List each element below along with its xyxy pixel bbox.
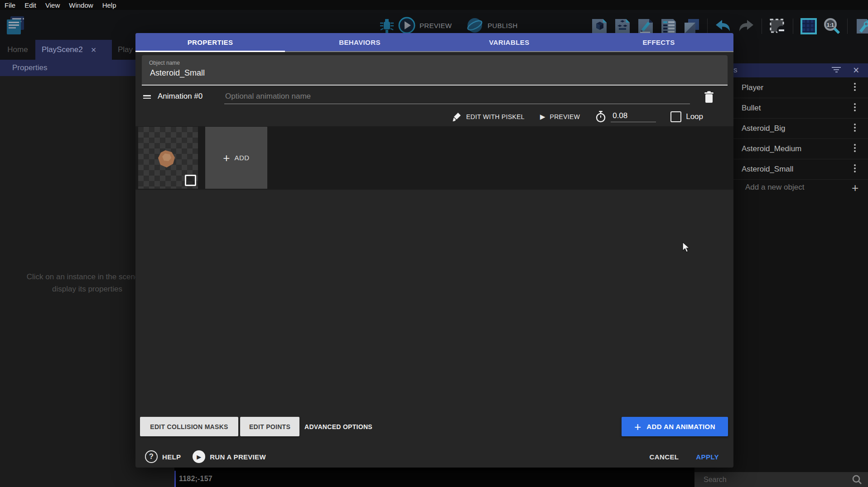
close-panel-icon[interactable]: ×	[853, 64, 859, 76]
trash-icon	[704, 91, 714, 104]
drag-handle-icon[interactable]	[143, 95, 151, 99]
toolbar-right: 1:1	[590, 17, 868, 35]
deselect-instances-icon[interactable]	[768, 17, 786, 35]
animation-controls-row: EDIT WITH PISKEL ▶ PREVIEW Loop	[135, 109, 703, 124]
project-manager-icon[interactable]	[5, 15, 26, 36]
search-icon	[852, 474, 863, 485]
menu-file[interactable]: File	[5, 1, 15, 9]
kebab-menu-icon[interactable]	[854, 124, 857, 134]
animation-frames-strip: + ADD	[135, 126, 733, 190]
timer-icon	[595, 111, 606, 123]
scene-status-bar: 1182;-157	[174, 471, 694, 487]
close-tab-icon[interactable]: ×	[91, 45, 96, 54]
tab-behaviors[interactable]: BEHAVIORS	[285, 33, 434, 51]
toolbar-divider	[847, 19, 848, 34]
dialog-action-bar: ? HELP ▶ RUN A PREVIEW CANCEL APPLY	[135, 446, 733, 468]
toggle-grid-icon[interactable]	[800, 17, 818, 35]
help-icon: ?	[145, 450, 158, 463]
debugger-icon[interactable]	[380, 17, 394, 33]
open-instances-list-icon[interactable]	[660, 17, 678, 35]
toolbar-divider	[793, 19, 793, 34]
menu-bar: File Edit View Window Help	[0, 0, 868, 10]
run-preview-button[interactable]: RUN A PREVIEW	[210, 453, 266, 461]
kebab-menu-icon[interactable]	[854, 83, 857, 93]
preview-button-label[interactable]: PREVIEW	[420, 22, 452, 29]
kebab-menu-icon[interactable]	[854, 103, 857, 113]
animation-name-input[interactable]	[224, 89, 690, 104]
tab-play-partial[interactable]: Play	[113, 40, 133, 60]
open-objects-editor-icon[interactable]	[590, 17, 608, 35]
toolbar-divider	[707, 19, 708, 34]
publish-button-label[interactable]: PUBLISH	[487, 22, 517, 29]
menu-view[interactable]: View	[45, 1, 60, 9]
help-button[interactable]: ? HELP	[145, 450, 181, 463]
advanced-options-button[interactable]: ADVANCED OPTIONS	[304, 417, 372, 436]
objects-search-bar	[694, 472, 868, 487]
plus-icon: +	[634, 422, 641, 431]
svg-text:1:1: 1:1	[827, 22, 834, 28]
kebab-menu-icon[interactable]	[854, 144, 857, 154]
undo-icon[interactable]	[714, 17, 732, 35]
kebab-menu-icon[interactable]	[854, 164, 857, 174]
object-name-field[interactable]: Object name	[142, 55, 728, 86]
brush-icon	[453, 112, 462, 122]
gdevelop-window: File Edit View Window Help	[0, 0, 868, 487]
open-layers-icon[interactable]	[683, 17, 701, 35]
animation-header-row: Animation #0	[135, 88, 733, 108]
cursor-coordinates: 1182;-157	[176, 475, 212, 483]
add-animation-button[interactable]: + ADD AN ANIMATION	[622, 417, 728, 436]
apply-button[interactable]: APPLY	[696, 453, 719, 461]
cancel-button[interactable]: CANCEL	[649, 453, 679, 461]
preview-animation-button[interactable]: PREVIEW	[550, 113, 580, 120]
objects-panel-title-partial: s	[733, 66, 738, 75]
tab-playscene2[interactable]: PlayScene2 ×	[35, 40, 112, 60]
add-frame-button[interactable]: + ADD	[205, 127, 267, 189]
edit-with-piskel-button[interactable]: EDIT WITH PISKEL	[466, 113, 525, 120]
scene-settings-icon[interactable]	[854, 17, 868, 35]
play-icon: ▶	[540, 113, 545, 121]
object-name-label: Object name	[149, 60, 180, 66]
redo-icon[interactable]	[737, 17, 755, 35]
dialog-tab-bar: PROPERTIES BEHAVIORS VARIABLES EFFECTS	[135, 33, 733, 51]
menu-window[interactable]: Window	[69, 1, 93, 9]
properties-panel-title: Properties	[12, 63, 47, 72]
object-name-input[interactable]	[149, 68, 713, 78]
publish-icon[interactable]	[466, 17, 483, 34]
tab-effects[interactable]: EFFECTS	[584, 33, 733, 51]
menu-help[interactable]: Help	[102, 1, 116, 9]
zoom-original-icon[interactable]: 1:1	[823, 17, 841, 35]
asteroid-sprite	[156, 149, 177, 170]
frame-duration-input[interactable]	[611, 111, 656, 122]
objects-search-input[interactable]	[703, 473, 849, 486]
dialog-footer-buttons: EDIT COLLISION MASKS EDIT POINTS ADVANCE…	[135, 417, 733, 436]
loop-checkbox[interactable]	[670, 111, 681, 122]
open-object-groups-icon[interactable]	[613, 17, 632, 35]
loop-label: Loop	[686, 112, 703, 121]
run-preview-icon[interactable]: ▶	[193, 450, 205, 463]
menu-edit[interactable]: Edit	[24, 1, 36, 9]
plus-icon: +	[223, 153, 230, 162]
toolbar-divider	[762, 19, 762, 34]
edit-scene-properties-icon[interactable]	[637, 17, 655, 35]
filter-icon[interactable]	[832, 67, 841, 74]
active-tab-indicator	[135, 51, 285, 52]
frame-select-checkbox[interactable]	[185, 175, 196, 186]
animation-title: Animation #0	[158, 92, 203, 101]
tab-properties[interactable]: PROPERTIES	[135, 33, 285, 51]
tab-playscene2-label: PlayScene2	[42, 45, 83, 54]
object-editor-dialog: PROPERTIES BEHAVIORS VARIABLES EFFECTS O…	[135, 33, 733, 468]
edit-collision-masks-button[interactable]: EDIT COLLISION MASKS	[140, 417, 238, 436]
toolbar-center: PREVIEW PUBLISH	[380, 17, 518, 34]
plus-icon: +	[852, 181, 858, 195]
delete-animation-button[interactable]	[702, 89, 716, 105]
frame-thumbnail[interactable]	[138, 127, 198, 189]
preview-play-icon[interactable]	[398, 17, 415, 34]
edit-points-button[interactable]: EDIT POINTS	[240, 417, 299, 436]
tab-variables[interactable]: VARIABLES	[434, 33, 584, 51]
tab-home[interactable]: Home	[0, 40, 35, 60]
